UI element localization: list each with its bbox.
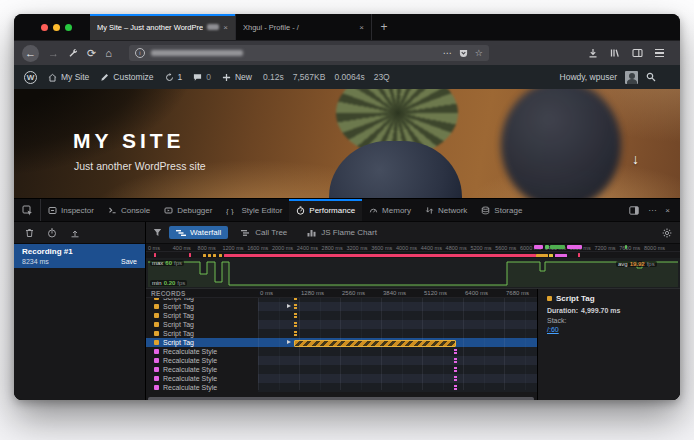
library-icon[interactable] — [610, 48, 620, 58]
reload-button[interactable]: ⟳ — [87, 48, 96, 59]
script-marker-icon — [154, 304, 159, 309]
expand-arrow-icon[interactable] — [287, 340, 291, 344]
devtools-tab-performance[interactable]: Performance — [289, 199, 362, 221]
devtools-tab-storage[interactable]: Storage — [474, 199, 529, 221]
toolbar-buttons — [588, 48, 672, 58]
customize-menu[interactable]: Customize — [100, 72, 153, 82]
waterfall-main: WaterfallCall TreeJS Flame Chart 0 ms400… — [146, 222, 680, 400]
devtools-tab-debugger[interactable]: Debugger — [157, 199, 219, 221]
save-recording-link[interactable]: Save — [121, 258, 137, 265]
tab-label: Storage — [494, 206, 522, 215]
sidebar-toggle-icon[interactable] — [632, 48, 643, 58]
gear-icon[interactable] — [662, 228, 672, 238]
horizontal-scrollbar[interactable] — [148, 397, 534, 400]
wp-logo-button[interactable]: W — [24, 71, 37, 84]
record-bar[interactable] — [454, 358, 457, 364]
browser-tabbar: My Site – Just another WordPress s×Xhgui… — [14, 14, 680, 40]
record-label: Script Tag — [146, 311, 258, 320]
expand-arrow-icon[interactable] — [287, 304, 291, 308]
menu-icon[interactable] — [655, 49, 664, 57]
search-icon[interactable] — [646, 72, 656, 82]
howdy-account-menu[interactable]: Howdy, wpuser — [560, 72, 617, 82]
marker-segment — [224, 254, 536, 257]
script-marker-icon — [154, 331, 159, 336]
new-tab-button[interactable]: + — [372, 14, 396, 40]
fps-min-label: min 0.20 fps — [150, 280, 187, 286]
pocket-icon[interactable] — [459, 49, 468, 58]
home-button[interactable]: ⌂ — [105, 48, 112, 59]
my-site-menu[interactable]: My Site — [48, 72, 89, 82]
pencil-icon — [100, 73, 109, 82]
script-marker-icon — [154, 313, 159, 318]
filter-icon[interactable] — [153, 228, 162, 237]
browser-tab[interactable]: My Site – Just another WordPress s× — [90, 14, 236, 40]
record-name: Recalculate Style — [163, 366, 217, 373]
record-bar[interactable] — [454, 367, 457, 373]
pick-element-icon[interactable] — [14, 199, 41, 221]
view-tab-call-tree[interactable]: Call Tree — [234, 226, 294, 239]
timeline-ruler: 0 ms400 ms800 ms1200 ms1600 ms2000 ms240… — [146, 244, 680, 252]
record-performance-icon[interactable] — [47, 228, 57, 238]
ruler-marker-chip — [534, 245, 543, 249]
view-tab-js-flame-chart[interactable]: JS Flame Chart — [300, 226, 384, 239]
performance-stats[interactable]: 0.12s7,567KB0.0064s23Q — [263, 72, 390, 82]
record-name: Recalculate Style — [163, 348, 217, 355]
devtools-tab-memory[interactable]: Memory — [362, 199, 418, 221]
devtools-more-icon[interactable]: ⋯ — [648, 206, 656, 215]
tab-title: My Site – Just another WordPress s — [97, 23, 203, 32]
ruler-marker-chip — [625, 245, 627, 249]
scroll-down-arrow[interactable]: ↓ — [632, 151, 639, 167]
forward-button[interactable]: → — [48, 48, 59, 59]
record-bar[interactable] — [294, 331, 297, 337]
site-info-icon[interactable]: i — [135, 48, 145, 58]
record-bar[interactable] — [454, 349, 457, 355]
devtools-tab-style-editor[interactable]: { }Style Editor — [219, 199, 289, 221]
url-bar[interactable]: i ⋯ ☆ — [129, 45, 489, 61]
avatar[interactable] — [625, 71, 638, 84]
performance-icon — [296, 206, 305, 215]
updates-menu[interactable]: 1 — [165, 72, 183, 82]
close-window-button[interactable] — [41, 24, 48, 31]
comments-menu[interactable]: 0 — [193, 72, 211, 82]
call-tree-icon — [241, 229, 251, 237]
record-bar[interactable] — [294, 313, 297, 319]
page-actions-icon[interactable]: ⋯ — [443, 48, 452, 58]
wrench-icon[interactable] — [68, 48, 78, 58]
tab-label: Debugger — [177, 206, 212, 215]
devtools-tab-network[interactable]: Network — [418, 199, 474, 221]
devtools-tab-inspector[interactable]: Inspector — [41, 199, 101, 221]
marker-duration: Duration: 4,999.70 ms — [547, 307, 671, 314]
record-name: Script Tag — [163, 303, 194, 310]
devtools-tab-console[interactable]: Console — [101, 199, 157, 221]
new-content-menu[interactable]: New — [222, 72, 252, 82]
ruler-tick: 7600 ms — [619, 245, 640, 251]
style-editor-icon: { } — [226, 206, 237, 215]
stack-frame-link[interactable]: /:60 — [547, 326, 559, 333]
clear-recordings-icon[interactable] — [25, 228, 34, 238]
record-bar[interactable] — [454, 385, 457, 391]
record-bar[interactable] — [294, 304, 297, 310]
tab-close-button[interactable]: × — [359, 23, 364, 32]
navigation-toolbar: ← → ⟳ ⌂ i ⋯ ☆ — [14, 40, 680, 65]
view-tab-waterfall[interactable]: Waterfall — [169, 226, 228, 239]
back-button[interactable]: ← — [22, 45, 39, 62]
framerate-overview[interactable]: max 60 fps min 0.20 fps avg 19.92 fp — [146, 258, 680, 289]
storage-icon — [481, 206, 490, 215]
dock-icon[interactable] — [629, 206, 639, 215]
record-name: Script Tag — [163, 312, 194, 319]
import-recording-icon[interactable] — [70, 228, 80, 238]
record-bar[interactable] — [294, 322, 297, 328]
record-name: Script Tag — [163, 321, 194, 328]
zoom-window-button[interactable] — [65, 24, 72, 31]
update-icon — [165, 73, 174, 82]
devtools-close-icon[interactable]: × — [665, 206, 670, 215]
minimize-window-button[interactable] — [53, 24, 60, 31]
recording-item[interactable]: Recording #1 8234 ms Save — [14, 244, 145, 268]
bookmark-star-icon[interactable]: ☆ — [475, 48, 483, 58]
record-bar[interactable] — [294, 340, 456, 347]
site-tagline: Just another WordPress site — [74, 160, 206, 172]
downloads-icon[interactable] — [588, 48, 598, 58]
record-bar[interactable] — [454, 376, 457, 382]
tab-close-button[interactable]: × — [223, 23, 228, 32]
browser-tab[interactable]: Xhgui - Profile - /× — [236, 14, 372, 40]
